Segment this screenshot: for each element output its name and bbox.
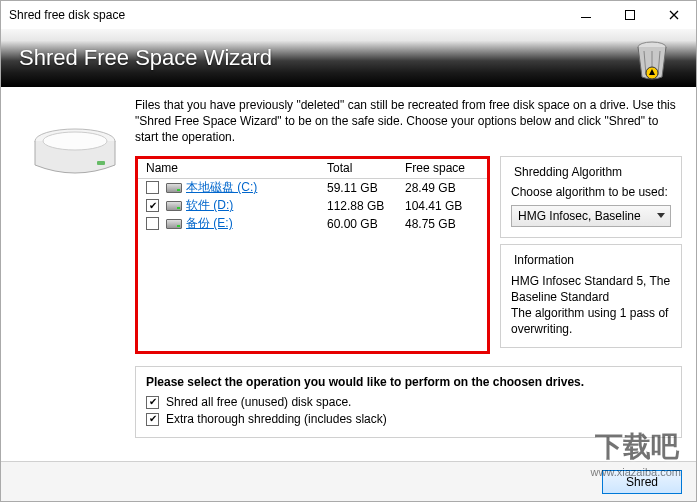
drive-free: 104.41 GB [405,199,483,213]
extra-thorough-checkbox[interactable] [146,413,159,426]
minimize-button[interactable] [564,1,608,29]
algorithm-hint: Choose algorithm to be used: [511,185,671,199]
drive-checkbox[interactable] [146,217,159,230]
col-header-free[interactable]: Free space [405,161,483,175]
drive-total: 112.88 GB [327,199,405,213]
harddrive-icon [32,127,118,184]
content-area: Files that you have previously "deleted"… [1,87,696,461]
drive-free: 48.75 GB [405,217,483,231]
recycle-bin-icon [628,35,676,86]
algorithm-group: Shredding Algorithm Choose algorithm to … [500,156,682,238]
drive-total: 59.11 GB [327,181,405,195]
drive-icon [166,201,182,211]
operations-group: Please select the operation you would li… [135,366,682,438]
svg-point-3 [43,132,107,150]
table-row[interactable]: 软件 (D:)112.88 GB104.41 GB [138,197,487,215]
footer-bar: Shred [1,461,696,501]
extra-thorough-label: Extra thorough shredding (includes slack… [166,412,387,426]
window-title: Shred free disk space [9,8,564,22]
drive-total: 60.00 GB [327,217,405,231]
shred-free-checkbox[interactable] [146,396,159,409]
table-row[interactable]: 本地磁盘 (C:)59.11 GB28.49 GB [138,179,487,197]
drive-name[interactable]: 本地磁盘 (C:) [186,179,257,196]
drive-checkbox[interactable] [146,199,159,212]
table-row[interactable]: 备份 (E:)60.00 GB48.75 GB [138,215,487,233]
left-image-column [15,97,135,453]
close-button[interactable] [652,1,696,29]
drive-icon [166,183,182,193]
chevron-down-icon [657,213,665,218]
wizard-banner: Shred Free Space Wizard [1,29,696,87]
algorithm-select[interactable]: HMG Infosec, Baseline [511,205,671,227]
algorithm-info-text: HMG Infosec Standard 5, The Baseline Sta… [511,273,671,338]
wizard-description: Files that you have previously "deleted"… [135,97,682,146]
table-header: Name Total Free space [138,159,487,179]
algorithm-selected: HMG Infosec, Baseline [518,209,641,223]
algorithm-info-group: Information HMG Infosec Standard 5, The … [500,244,682,349]
drive-name[interactable]: 备份 (E:) [186,215,233,232]
close-icon [669,10,679,20]
operations-prompt: Please select the operation you would li… [146,375,671,389]
algorithm-group-label: Shredding Algorithm [511,165,625,179]
drives-table: Name Total Free space 本地磁盘 (C:)59.11 GB2… [135,156,490,355]
drive-free: 28.49 GB [405,181,483,195]
col-header-total[interactable]: Total [327,161,405,175]
svg-rect-4 [97,161,105,165]
drive-name[interactable]: 软件 (D:) [186,197,233,214]
col-header-name[interactable]: Name [142,161,327,175]
titlebar: Shred free disk space [1,1,696,29]
maximize-button[interactable] [608,1,652,29]
algorithm-info-label: Information [511,253,577,267]
drive-icon [166,219,182,229]
shred-button[interactable]: Shred [602,470,682,494]
shred-free-label: Shred all free (unused) disk space. [166,395,351,409]
wizard-heading: Shred Free Space Wizard [19,45,272,71]
drive-checkbox[interactable] [146,181,159,194]
